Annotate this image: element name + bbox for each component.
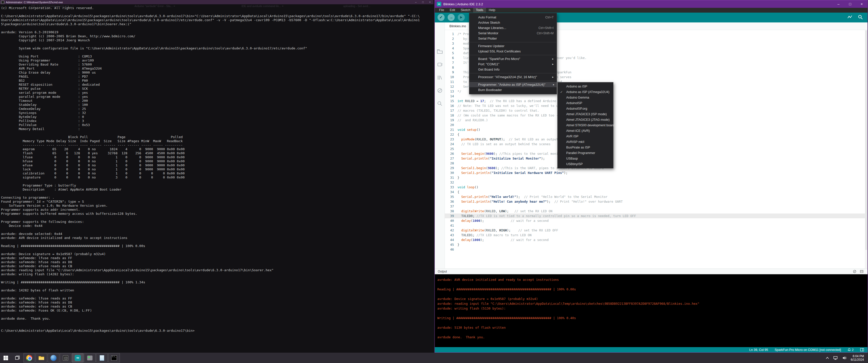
code-line[interactable]: 38 digitalWrite(RXLED, LOW); // set the … [445, 209, 868, 213]
code-line[interactable]: 14 [445, 94, 868, 99]
code-line[interactable]: 19// and RXLED0.) [445, 118, 868, 123]
ide-close-button[interactable]: × [856, 0, 868, 8]
terminal-maximize-button[interactable]: □ [420, 0, 427, 4]
programmer-option[interactable]: BusPirate as ISP [558, 145, 613, 150]
upload-button[interactable]: → [447, 14, 455, 21]
tools-menu-item[interactable]: Port: "COM11"▸ [469, 62, 557, 67]
taskbar-internet[interactable] [48, 353, 59, 363]
terminal-close-button[interactable]: × [427, 0, 434, 4]
code-line[interactable]: 15int RXLED = 17; // The RX LED has a de… [445, 99, 868, 103]
programmer-option[interactable]: Atmel JTAGICE3 (ISP mode) [558, 111, 613, 117]
tools-menu-item[interactable]: Firmware Updater [469, 43, 557, 48]
code-line[interactable]: 31} [445, 175, 868, 180]
code-line[interactable]: 29 Serial1.begin(9600); //This is the UA… [445, 166, 868, 170]
menu-tools[interactable]: Tools [473, 8, 486, 12]
serial-plotter-icon[interactable] [847, 14, 852, 20]
ide-minimize-button[interactable]: – [833, 0, 844, 8]
tools-menu-item[interactable]: Board: "SparkFun Pro Micro"▸ [469, 56, 557, 62]
toggle-panel-icon[interactable] [860, 270, 864, 273]
boards-manager-icon[interactable] [437, 62, 443, 68]
tools-menu-item[interactable]: Get Board Info [469, 67, 557, 72]
menu-file[interactable]: File [436, 8, 447, 12]
code-line[interactable]: 40 delay(1000); // wait for a second [445, 218, 868, 223]
tools-menu-item[interactable]: Serial Plotter [469, 36, 557, 41]
programmer-option[interactable]: Parallel Programmer [558, 150, 613, 156]
programmer-option[interactable]: ArduinoISP [558, 100, 613, 106]
serial-monitor-icon[interactable] [858, 14, 863, 20]
code-line[interactable]: 34{ [445, 190, 868, 194]
programmer-option[interactable]: ArduinoISP.org [558, 106, 613, 111]
taskbar-clock[interactable]: 6:04 PM 6/11/2024 [851, 355, 864, 362]
verify-button[interactable]: ✓ [437, 14, 444, 21]
code-line[interactable]: 22{ [445, 132, 868, 137]
sketchbook-folder-icon[interactable] [437, 48, 443, 55]
code-line[interactable]: 18// (We could use the same macros for t… [445, 113, 868, 118]
code-line[interactable]: 20 [445, 123, 868, 127]
code-line[interactable]: 44 delay(1000); // wait for a second [445, 237, 868, 242]
start-button[interactable] [0, 353, 11, 363]
clear-output-icon[interactable] [853, 270, 857, 273]
ide-maximize-button[interactable]: □ [844, 0, 856, 8]
code-line[interactable]: 23 pinMode(RXLED, OUTPUT); // Set RX LED… [445, 137, 868, 142]
code-line[interactable]: 32 [445, 180, 868, 185]
tools-menu-item[interactable]: Serial MonitorCtrl+Shift+M [469, 31, 557, 36]
code-line[interactable]: 45} [445, 242, 868, 247]
code-line[interactable]: 41 [445, 223, 868, 228]
volume-icon[interactable] [842, 356, 847, 360]
tray-expand-chevron-icon[interactable] [826, 357, 829, 359]
code-line[interactable]: 27 Serial.println("Initialize Serial Mon… [445, 156, 868, 161]
tools-menu-item[interactable]: Processor: "ATmega32U4 (5V, 16 MHz)"▸ [469, 74, 557, 80]
code-line[interactable]: 17// macros (TXLED1, TXLED0) to control … [445, 108, 868, 113]
debug-button[interactable] [458, 14, 465, 21]
code-line[interactable]: 25 [445, 146, 868, 151]
code-line[interactable]: 37 [445, 204, 868, 209]
taskbar-chrome[interactable] [24, 353, 35, 363]
code-line[interactable]: 39 TXLED0; //TX LED is not tied to a nor… [445, 213, 868, 218]
code-line[interactable]: 33void loop() [445, 185, 868, 190]
taskbar-notepad[interactable] [96, 353, 108, 363]
code-line[interactable]: 42 digitalWrite(RXLED, HIGH); // set the… [445, 228, 868, 233]
debug-panel-icon[interactable] [437, 88, 443, 94]
code-line[interactable]: 30 Serial1.println("Initialize Serial Ha… [445, 170, 868, 175]
menu-help[interactable]: Help [486, 8, 498, 12]
programmer-option[interactable]: Arduino as ISP [558, 84, 613, 89]
network-icon[interactable] [833, 356, 838, 360]
code-line[interactable]: 43 TXLED1; //TX LED macro to turn LED ON [445, 233, 868, 237]
menu-edit[interactable]: Edit [447, 8, 458, 12]
code-line[interactable]: 28 [445, 161, 868, 166]
tools-menu-item[interactable]: Manage Libraries...Ctrl+Shift+I [469, 25, 557, 31]
taskbar-file-explorer[interactable] [36, 353, 47, 363]
tools-menu-item[interactable]: Burn Bootloader [469, 87, 557, 93]
tools-menu-item[interactable]: Auto FormatCtrl+T [469, 14, 557, 20]
programmer-option[interactable]: Atmel JTAGICE3 (JTAG mode) [558, 117, 613, 123]
panel-layout-icon[interactable] [860, 348, 864, 352]
programmer-option[interactable]: USBasp [558, 156, 613, 161]
menu-sketch[interactable]: Sketch [458, 8, 473, 12]
editor-scrollbar[interactable] [865, 30, 868, 268]
programmer-option[interactable]: Atmel STK500 development board [558, 123, 613, 128]
taskbar-device-tool[interactable] [84, 353, 96, 363]
board-port-status[interactable]: SparkFun Pro Micro on COM11 [not connect… [775, 348, 841, 352]
programmer-option[interactable]: USBtinyISP [558, 161, 613, 167]
taskbar-arduino-ide[interactable]: ∞ [72, 353, 84, 363]
taskbar-cmd[interactable]: C:\_ [108, 353, 120, 363]
programmer-option[interactable]: AVRISP mkII [558, 139, 613, 145]
notifications-count[interactable]: 2 [852, 348, 854, 352]
tab-blinkies-ino[interactable]: Blinkies.ino [445, 23, 471, 30]
code-line[interactable]: 36 Serial1.println("Hello! Can anybody h… [445, 199, 868, 204]
programmer-option[interactable]: AVR ISP [558, 134, 613, 139]
programmer-option[interactable]: ✓Arduino as ISP (ATmega32U4) [558, 89, 613, 95]
terminal-minimize-button[interactable]: – [412, 0, 420, 4]
search-icon[interactable] [437, 101, 443, 107]
code-line[interactable]: 24 // TX LED is set as an output behind … [445, 142, 868, 146]
programmer-option[interactable]: Arduino Gemma [558, 95, 613, 100]
code-line[interactable]: 16// Note: The TX LED was not so lucky, … [445, 103, 868, 108]
tools-menu-item[interactable]: Upload SSL Root Certificates [469, 48, 557, 54]
code-line[interactable]: 35 Serial.println("Hello world!"); // Pr… [445, 194, 868, 199]
notifications-bell-icon[interactable] [847, 348, 851, 352]
tools-menu-item[interactable]: Archive Sketch [469, 20, 557, 25]
scrollbar-thumb[interactable] [865, 31, 867, 250]
code-line[interactable]: 46 [445, 247, 868, 252]
taskbar-chip-tool[interactable] [60, 353, 71, 363]
code-line[interactable]: 26 Serial.begin(9600); //This pipes to t… [445, 151, 868, 156]
